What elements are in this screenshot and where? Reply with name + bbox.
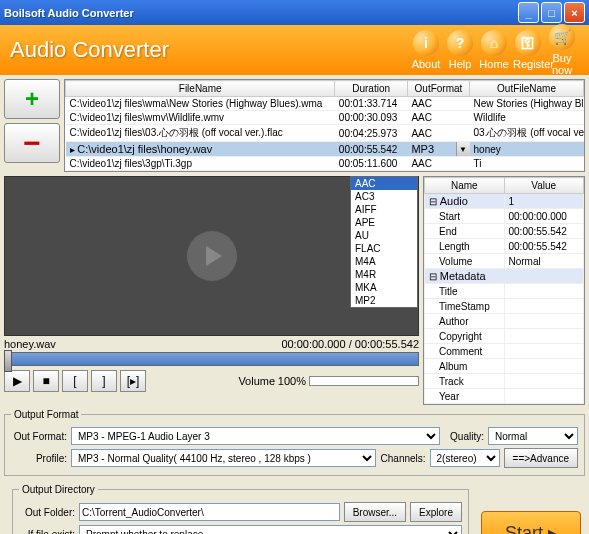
help-button[interactable]: ?Help (445, 30, 475, 70)
chevron-down-icon[interactable]: ▼ (456, 142, 470, 156)
output-directory-group: Output Directory Out Folder: Browser... … (12, 484, 469, 534)
col-duration[interactable]: Duration (335, 81, 408, 97)
register-button[interactable]: ⚿Register (513, 30, 543, 70)
start-button[interactable]: Start ▸ (481, 511, 581, 534)
stop-button[interactable]: ■ (33, 370, 59, 392)
list-item[interactable]: M4A (351, 255, 417, 268)
list-item[interactable]: MKA (351, 281, 417, 294)
about-button[interactable]: iAbout (411, 30, 441, 70)
table-row[interactable]: C:\video1\zj files\wmv\Wildlife.wmv00:00… (66, 111, 584, 125)
table-row[interactable]: C:\video1\zj files\3gp\Ti.3gp00:05:11.60… (66, 157, 584, 171)
table-row[interactable]: C:\video1\zj files\03.心の羽根 (off vocal ve… (66, 125, 584, 142)
col-name[interactable]: Name (425, 178, 505, 194)
remove-file-button[interactable]: − (4, 123, 60, 163)
play-icon[interactable] (187, 231, 237, 281)
header: Audio Converter iAbout ?Help ⌂Home ⚿Regi… (0, 25, 589, 75)
format-dropdown[interactable]: AAC AC3 AIFF APE AU FLAC M4A M4R MKA MP2 (350, 176, 418, 308)
play-button[interactable]: ▶ (4, 370, 30, 392)
properties-panel: NameValue ⊟ Audio1 Start00:00:00.000 End… (423, 176, 585, 405)
cart-icon: 🛒 (549, 24, 575, 50)
maximize-button[interactable]: □ (541, 2, 562, 23)
window-title: Boilsoft Audio Converter (4, 7, 516, 19)
table-row[interactable]: C:\video1\zj files\wma\New Stories (High… (66, 97, 584, 111)
channels-select[interactable]: 2(stereo) (430, 449, 500, 467)
add-file-button[interactable]: + (4, 79, 60, 119)
list-item[interactable]: M4R (351, 268, 417, 281)
list-item[interactable]: AC3 (351, 190, 417, 203)
app-title: Audio Converter (10, 37, 409, 63)
mark-in-button[interactable]: [ (62, 370, 88, 392)
info-icon: i (413, 30, 439, 56)
list-item[interactable]: AU (351, 229, 417, 242)
home-button[interactable]: ⌂Home (479, 30, 509, 70)
mark-out-button[interactable]: ] (91, 370, 117, 392)
out-folder-input[interactable] (79, 503, 340, 521)
seek-slider[interactable] (4, 352, 419, 366)
list-item[interactable]: AAC (351, 177, 417, 190)
close-button[interactable]: × (564, 2, 585, 23)
quality-select[interactable]: Normal (488, 427, 578, 445)
range-button[interactable]: [▸] (120, 370, 146, 392)
list-item[interactable]: MP2 (351, 294, 417, 307)
buy-button[interactable]: 🛒Buy now (547, 24, 577, 76)
home-icon: ⌂ (481, 30, 507, 56)
volume-label: Volume 100% (238, 375, 306, 387)
explore-button[interactable]: Explore (410, 502, 462, 522)
advance-button[interactable]: ==>Advance (504, 448, 578, 468)
out-format-select[interactable]: MP3 - MPEG-1 Audio Layer 3 (71, 427, 440, 445)
key-icon: ⚿ (515, 30, 541, 56)
video-preview: AAC AC3 AIFF APE AU FLAC M4A M4R MKA MP2 (4, 176, 419, 336)
titlebar: Boilsoft Audio Converter _ □ × (0, 0, 589, 25)
profile-select[interactable]: MP3 - Normal Quality( 44100 Hz, stereo ,… (71, 449, 376, 467)
output-format-group: Output Format Out Format: MP3 - MPEG-1 A… (4, 409, 585, 476)
list-item[interactable]: AIFF (351, 203, 417, 216)
current-file-label: honey.wav (4, 338, 56, 350)
col-outfilename[interactable]: OutFileName (470, 81, 584, 97)
volume-slider[interactable] (309, 376, 419, 386)
list-item[interactable]: FLAC (351, 242, 417, 255)
col-filename[interactable]: FileName (66, 81, 335, 97)
help-icon: ? (447, 30, 473, 56)
table-row[interactable]: ▸ C:\video1\zj files\honey.wav00:00:55.5… (66, 142, 584, 157)
file-table[interactable]: FileName Duration OutFormat OutFileName … (64, 79, 585, 172)
col-value[interactable]: Value (504, 178, 584, 194)
file-exist-select[interactable]: Prompt whether to replace (79, 525, 462, 534)
col-outformat[interactable]: OutFormat (407, 81, 469, 97)
list-item[interactable]: APE (351, 216, 417, 229)
browse-button[interactable]: Browser... (344, 502, 406, 522)
time-label: 00:00:00.000 / 00:00:55.542 (281, 338, 419, 350)
minimize-button[interactable]: _ (518, 2, 539, 23)
